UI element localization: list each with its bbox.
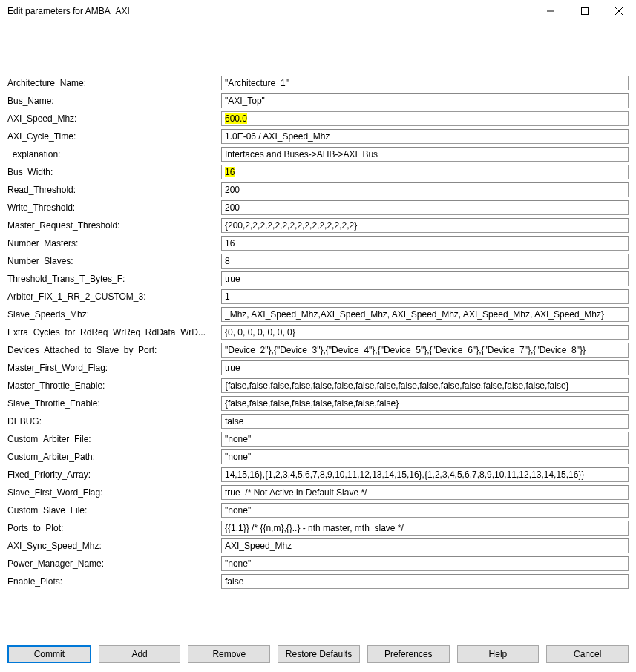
param-value-cell	[221, 521, 629, 536]
param-row: Custom_Arbiter_File:	[7, 430, 629, 448]
param-value-cell	[221, 538, 629, 553]
param-value-input[interactable]	[221, 343, 629, 358]
param-value-input[interactable]	[221, 236, 629, 251]
param-value-input[interactable]	[221, 200, 629, 215]
param-value-input[interactable]	[221, 574, 629, 589]
content-area: Architecture_Name:Bus_Name:AXI_Speed_Mhz…	[0, 22, 636, 598]
param-row: Arbiter_FIX_1_RR_2_CUSTOM_3:	[7, 288, 629, 306]
parameter-grid: Architecture_Name:Bus_Name:AXI_Speed_Mhz…	[7, 74, 629, 590]
param-value-cell	[221, 182, 629, 197]
param-value-input[interactable]	[221, 360, 629, 375]
param-value-input[interactable]	[221, 449, 629, 464]
param-value-input[interactable]: 16	[221, 165, 629, 179]
param-value-input[interactable]	[221, 325, 629, 340]
param-value-input[interactable]	[221, 218, 629, 233]
param-row: Write_Threshold:	[7, 199, 629, 217]
param-label: Bus_Name:	[7, 96, 221, 106]
param-label: Architecture_Name:	[7, 78, 221, 88]
param-value-input[interactable]	[221, 289, 629, 304]
param-row: Custom_Arbiter_Path:	[7, 448, 629, 466]
param-row: Bus_Width:16	[7, 163, 629, 181]
param-value-cell	[221, 254, 629, 269]
param-value-input[interactable]	[221, 556, 629, 571]
param-row: Master_Request_Threshold:	[7, 217, 629, 234]
param-value-input[interactable]	[221, 254, 629, 269]
highlighted-value: 600.0	[225, 113, 247, 124]
param-value-input[interactable]	[221, 129, 629, 144]
param-label: Slave_Throttle_Enable:	[7, 398, 221, 409]
param-value-input[interactable]	[221, 432, 629, 447]
param-row: Master_Throttle_Enable:	[7, 377, 629, 395]
param-value-input[interactable]	[221, 503, 629, 518]
param-row: AXI_Cycle_Time:	[7, 128, 629, 145]
minimize-icon	[547, 7, 554, 15]
param-value-input[interactable]	[221, 93, 629, 108]
param-value-cell	[221, 93, 629, 108]
param-value-cell: 16	[221, 165, 629, 179]
param-label: Master_First_Word_Flag:	[7, 363, 221, 373]
close-button[interactable]	[602, 0, 636, 22]
param-label: Custom_Arbiter_File:	[7, 434, 221, 444]
param-row: AXI_Sync_Speed_Mhz:	[7, 537, 629, 555]
param-row: Slave_First_Word_Flag:	[7, 484, 629, 501]
param-value-input[interactable]	[221, 307, 629, 322]
param-value-input[interactable]	[221, 182, 629, 197]
param-row: Power_Manager_Name:	[7, 555, 629, 573]
param-row: Ports_to_Plot:	[7, 519, 629, 537]
param-label: Fixed_Priority_Array:	[7, 470, 221, 480]
param-label: Custom_Arbiter_Path:	[7, 452, 221, 462]
maximize-button[interactable]	[568, 0, 602, 22]
param-value-input[interactable]	[221, 76, 629, 90]
param-label: Custom_Slave_File:	[7, 505, 221, 515]
restore-defaults-button[interactable]: Restore Defaults	[278, 645, 360, 663]
param-value-input[interactable]	[221, 378, 629, 393]
param-value-cell	[221, 432, 629, 447]
param-value-input[interactable]	[221, 521, 629, 536]
param-value-cell	[221, 449, 629, 464]
param-value-cell	[221, 129, 629, 144]
param-row: DEBUG:	[7, 412, 629, 430]
help-button[interactable]: Help	[457, 645, 540, 663]
param-label: DEBUG:	[7, 416, 221, 426]
param-value-input[interactable]	[221, 271, 629, 286]
commit-button[interactable]: Commit	[7, 645, 91, 663]
param-row: Extra_Cycles_for_RdReq_WrReq_RdData_WrD.…	[7, 323, 629, 341]
minimize-button[interactable]	[534, 0, 568, 22]
param-value-cell	[221, 414, 629, 429]
param-row: Custom_Slave_File:	[7, 501, 629, 519]
param-row: Fixed_Priority_Array:	[7, 466, 629, 484]
param-value-cell	[221, 503, 629, 518]
param-value-input[interactable]	[221, 414, 629, 429]
param-label: Slave_First_Word_Flag:	[7, 487, 221, 498]
param-row: Bus_Name:	[7, 92, 629, 110]
param-value-cell	[221, 574, 629, 589]
param-row: AXI_Speed_Mhz:600.0	[7, 110, 629, 128]
add-button[interactable]: Add	[99, 645, 181, 663]
param-value-input[interactable]	[221, 147, 629, 162]
param-value-input[interactable]	[221, 467, 629, 482]
param-label: Arbiter_FIX_1_RR_2_CUSTOM_3:	[7, 291, 221, 302]
param-value-cell	[221, 271, 629, 286]
param-value-cell	[221, 307, 629, 322]
param-row: Read_Threshold:	[7, 181, 629, 199]
close-icon	[615, 7, 623, 15]
param-label: Bus_Width:	[7, 167, 221, 177]
param-value-input[interactable]	[221, 396, 629, 411]
param-value-input[interactable]	[221, 485, 629, 500]
param-label: Power_Manager_Name:	[7, 559, 221, 569]
param-label: AXI_Sync_Speed_Mhz:	[7, 541, 221, 551]
preferences-button[interactable]: Preferences	[367, 645, 450, 663]
param-value-cell	[221, 289, 629, 304]
cancel-button[interactable]: Cancel	[546, 645, 629, 663]
param-value-cell	[221, 343, 629, 358]
titlebar: Edit parameters for AMBA_AXI	[0, 0, 636, 22]
param-row: Threshold_Trans_T_Bytes_F:	[7, 270, 629, 288]
param-value-cell: 600.0	[221, 111, 629, 126]
param-value-input[interactable]	[221, 538, 629, 553]
param-row: Master_First_Word_Flag:	[7, 359, 629, 377]
remove-button[interactable]: Remove	[188, 645, 270, 663]
param-label: AXI_Cycle_Time:	[7, 131, 221, 142]
param-label: Master_Throttle_Enable:	[7, 381, 221, 391]
param-value-input[interactable]: 600.0	[221, 111, 629, 126]
param-label: Read_Threshold:	[7, 185, 221, 195]
